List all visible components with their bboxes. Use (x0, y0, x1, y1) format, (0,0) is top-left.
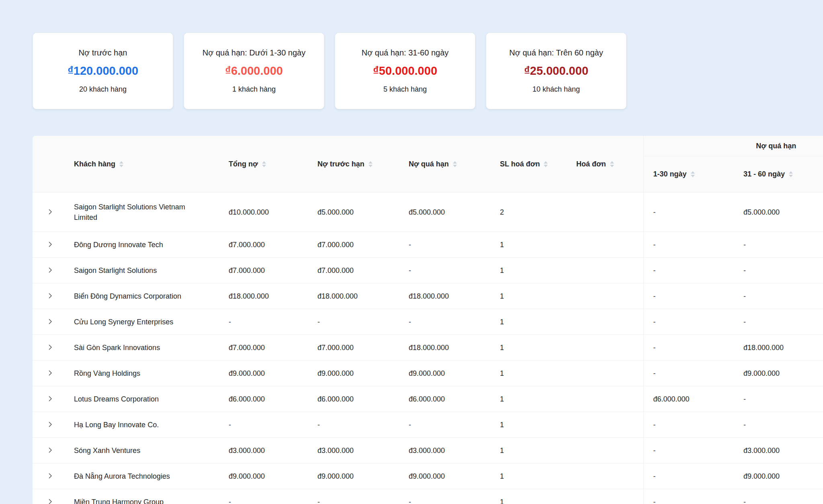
expand-chevron-icon[interactable] (45, 470, 56, 481)
header-sl-hoa-don[interactable]: SL hoá đơn (493, 136, 570, 193)
cell-sl-hoa-don: 1 (493, 283, 570, 309)
expand-chevron-icon[interactable] (45, 419, 56, 430)
sort-icon (610, 161, 614, 167)
row-expander-cell (33, 386, 68, 412)
header-1-30-ngay[interactable]: 1-30 ngày (643, 156, 737, 193)
header-no-qua-han[interactable]: Nợ quá hạn (402, 136, 493, 193)
cell-no-truoc-han: đ7.000.000 (311, 335, 402, 361)
table-row[interactable]: Biển Đông Dynamics Corporation đ18.000.0… (33, 283, 823, 309)
sort-icon (262, 161, 266, 167)
header-no-truoc-han[interactable]: Nợ trước hạn (311, 136, 402, 193)
cell-31-60-ngay: - (737, 489, 823, 504)
expand-chevron-icon[interactable] (45, 393, 56, 404)
table-row[interactable]: Miền Trung Harmony Group - - - 1 - - (33, 489, 823, 504)
card-title: Nợ quá hạn: Dưới 1-30 ngày (203, 48, 305, 57)
table-row[interactable]: Rồng Vàng Holdings đ9.000.000 đ9.000.000… (33, 361, 823, 386)
debt-table-container[interactable]: Khách hàng Tổng nợ Nợ trước hạn Nợ quá h… (33, 136, 823, 504)
row-expander-cell (33, 232, 68, 258)
table-body: Saigon Starlight Solutions Vietnam Limit… (33, 193, 823, 504)
table-row[interactable]: Cửu Long Synergy Enterprises - - - 1 - - (33, 309, 823, 335)
cell-no-truoc-han: đ3.000.000 (311, 438, 402, 463)
cell-no-truoc-han: - (311, 412, 402, 438)
cell-hoa-don (570, 412, 643, 438)
cell-sl-hoa-don: 1 (493, 232, 570, 258)
cell-sl-hoa-don: 1 (493, 412, 570, 438)
cell-1-30-ngay: - (643, 335, 737, 361)
expand-chevron-icon[interactable] (45, 290, 56, 301)
header-khach-hang[interactable]: Khách hàng (68, 136, 222, 193)
table-row[interactable]: Sài Gòn Spark Innovations đ7.000.000 đ7.… (33, 335, 823, 361)
cell-no-qua-han: - (402, 412, 493, 438)
header-hoa-don[interactable]: Hoá đơn (570, 136, 643, 193)
cell-sl-hoa-don: 1 (493, 386, 570, 412)
card-value: ₫6.000.000 (225, 64, 283, 78)
expand-chevron-icon[interactable] (45, 367, 56, 379)
sort-icon (789, 171, 793, 177)
cell-1-30-ngay: - (643, 412, 737, 438)
card-customer-count: 10 khách hàng (532, 85, 580, 94)
cell-khach-hang: Saigon Starlight Solutions Vietnam Limit… (68, 193, 222, 232)
row-expander-cell (33, 412, 68, 438)
expand-chevron-icon[interactable] (45, 316, 56, 327)
row-expander-cell (33, 489, 68, 504)
group-header-label: Nợ quá hạn (756, 142, 796, 150)
table-row[interactable]: Đà Nẵng Aurora Technologies đ9.000.000 đ… (33, 463, 823, 489)
cell-sl-hoa-don: 1 (493, 361, 570, 386)
cell-tong-no: đ9.000.000 (222, 463, 311, 489)
card-customer-count: 5 khách hàng (383, 85, 427, 94)
cell-31-60-ngay: đ3.000.000 (737, 438, 823, 463)
cell-hoa-don (570, 361, 643, 386)
expand-chevron-icon[interactable] (45, 445, 56, 456)
cell-hoa-don (570, 283, 643, 309)
table-row[interactable]: Saigon Starlight Solutions đ7.000.000 đ7… (33, 258, 823, 283)
cell-khach-hang: Sài Gòn Spark Innovations (68, 335, 222, 361)
card-value: ₫120.000.000 (68, 64, 138, 78)
expand-chevron-icon[interactable] (45, 239, 56, 250)
row-expander-cell (33, 309, 68, 335)
card-value: ₫50.000.000 (373, 64, 437, 78)
cell-no-truoc-han: đ18.000.000 (311, 283, 402, 309)
table-row[interactable]: Hạ Long Bay Innovate Co. - - - 1 - - (33, 412, 823, 438)
cell-hoa-don (570, 193, 643, 232)
cell-no-qua-han: đ3.000.000 (402, 438, 493, 463)
cell-tong-no: đ7.000.000 (222, 258, 311, 283)
cell-31-60-ngay: đ5.000.000 (737, 193, 823, 232)
cell-tong-no: đ3.000.000 (222, 438, 311, 463)
header-group-no-qua-han: Nợ quá hạn (643, 136, 823, 156)
expand-chevron-icon[interactable] (45, 496, 56, 504)
cell-no-truoc-han: đ9.000.000 (311, 463, 402, 489)
sort-icon (544, 161, 548, 167)
expand-chevron-icon[interactable] (45, 342, 56, 353)
table-row[interactable]: Đông Dương Innovate Tech đ7.000.000 đ7.0… (33, 232, 823, 258)
cell-hoa-don (570, 463, 643, 489)
cell-tong-no: - (222, 309, 311, 335)
card-title: Nợ quá hạn: 31-60 ngày (362, 48, 449, 57)
cell-31-60-ngay: - (737, 232, 823, 258)
table-row[interactable]: Sóng Xanh Ventures đ3.000.000 đ3.000.000… (33, 438, 823, 463)
cell-31-60-ngay: - (737, 258, 823, 283)
cell-no-qua-han: đ18.000.000 (402, 283, 493, 309)
cell-no-qua-han: - (402, 258, 493, 283)
row-expander-cell (33, 258, 68, 283)
header-tong-no[interactable]: Tổng nợ (222, 136, 311, 193)
expand-chevron-icon[interactable] (45, 206, 56, 217)
table-row[interactable]: Saigon Starlight Solutions Vietnam Limit… (33, 193, 823, 232)
cell-no-qua-han: đ9.000.000 (402, 463, 493, 489)
cell-no-qua-han: đ18.000.000 (402, 335, 493, 361)
row-expander-cell (33, 335, 68, 361)
header-31-60-ngay[interactable]: 31 - 60 ngày (737, 156, 823, 193)
cell-khach-hang: Hạ Long Bay Innovate Co. (68, 412, 222, 438)
cell-khach-hang: Lotus Dreams Corporation (68, 386, 222, 412)
card-no-truoc-han: Nợ trước hạn ₫120.000.000 20 khách hàng (33, 33, 173, 109)
table-header: Khách hàng Tổng nợ Nợ trước hạn Nợ quá h… (33, 136, 823, 193)
header-label: Tổng nợ (229, 160, 258, 168)
cell-no-truoc-han: đ6.000.000 (311, 386, 402, 412)
cell-sl-hoa-don: 1 (493, 335, 570, 361)
table-row[interactable]: Lotus Dreams Corporation đ6.000.000 đ6.0… (33, 386, 823, 412)
cell-hoa-don (570, 335, 643, 361)
header-label: Nợ quá hạn (409, 160, 449, 168)
cell-31-60-ngay: đ18.000.000 (737, 335, 823, 361)
cell-1-30-ngay: - (643, 258, 737, 283)
expand-chevron-icon[interactable] (45, 264, 56, 276)
cell-sl-hoa-don: 1 (493, 463, 570, 489)
